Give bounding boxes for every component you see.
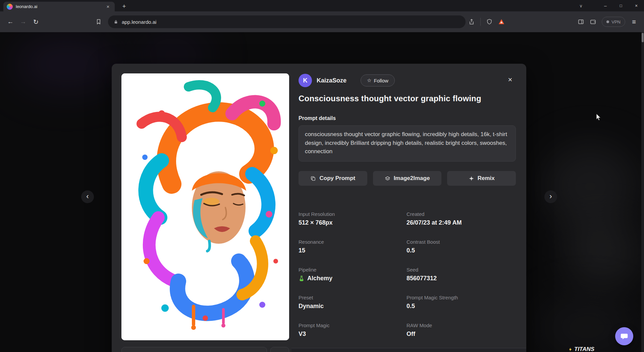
bookmark-icon[interactable] [93,16,105,28]
window-minimize-button[interactable]: – [598,0,613,11]
creator-header: K KaizaSoze ☆ Follow [299,74,395,87]
chat-bubble-icon [620,332,629,341]
image-detail-modal: × K KaizaSoze ☆ Follow Consciousness tho… [112,64,526,352]
video-watermark: TITANS [568,346,594,352]
image2image-button[interactable]: Image2Image [373,171,442,186]
generation-details-grid: Input Resolution 512 × 768px Created 26/… [299,211,516,338]
image2image-label: Image2Image [394,175,430,182]
detail-value: 0.5 [407,247,516,254]
leonardo-favicon [7,4,13,10]
detail-value: 26/07/23 at 2:49 AM [407,219,516,226]
creator-name[interactable]: KaizaSoze [317,77,346,84]
layers-icon [385,176,390,181]
window-close-button[interactable]: × [629,0,644,11]
thumbnail-tile[interactable] [270,347,289,352]
forward-button[interactable]: → [17,15,30,28]
detail-label: Prompt Magic [299,322,407,328]
brave-shield-icon[interactable] [483,16,495,28]
tab-title: leonardo.ai [16,4,102,9]
copy-icon [310,176,316,181]
tab-strip: leonardo.ai × + ∨ – □ × [0,0,644,11]
vpn-label: VPN [611,19,621,24]
watermark-text: TITANS [574,346,594,352]
tab-close-button[interactable]: × [105,3,111,10]
detail-value: 856077312 [407,275,516,282]
follow-button[interactable]: ☆ Follow [361,74,395,86]
detail-value: 0.5 [407,303,516,310]
avatar[interactable]: K [299,74,312,87]
detail-panel: K KaizaSoze ☆ Follow Consciousness thoug… [299,64,516,352]
prompt-text-box: consciousness thought vector graphic flo… [299,125,516,162]
menu-icon[interactable]: ≡ [628,16,640,28]
pipeline-value: Alchemy [307,275,332,282]
copy-prompt-button[interactable]: Copy Prompt [299,171,367,186]
copy-prompt-label: Copy Prompt [319,175,355,182]
detail-value: V3 [299,331,407,338]
detail-input-resolution: Input Resolution 512 × 768px [299,211,407,226]
star-icon: ☆ [367,77,371,83]
prompt-actions: Copy Prompt Image2Image Remix [299,171,516,186]
detail-label: Preset [299,295,407,300]
mouse-cursor [595,113,603,123]
detail-created: Created 26/07/23 at 2:49 AM [407,211,516,226]
detail-label: Resonance [299,239,407,245]
browser-toolbar: ← → ↻ app.leonardo.ai VPN ≡ [0,11,644,32]
vpn-dot-icon [606,20,609,23]
vpn-badge[interactable]: VPN [602,17,625,27]
generate-with-model-button[interactable]: Generate with this model [291,348,526,352]
artwork-swirls [121,73,289,340]
detail-label: Contrast Boost [407,239,516,245]
new-tab-button[interactable]: + [119,2,129,11]
detail-label: Pipeline [299,267,407,273]
tab-search-icon[interactable]: ∨ [574,0,588,11]
remix-sparkle-icon [469,176,474,181]
back-button[interactable]: ← [4,15,17,28]
sidebar-toggle-icon[interactable] [575,16,587,28]
detail-value: Dynamic [299,303,407,310]
detail-label: Prompt Magic Strength [407,295,516,300]
window-maximize-button[interactable]: □ [613,0,629,11]
detail-resonance: Resonance 15 [299,239,407,254]
detail-prompt-magic: Prompt Magic V3 [299,322,407,338]
support-chat-button[interactable] [615,327,633,345]
share-icon[interactable] [466,16,478,28]
previous-image-button[interactable]: ‹ [81,190,94,203]
image-title: Consciousness thought vector graphic flo… [299,94,481,103]
detail-seed: Seed 856077312 [407,267,516,282]
wallet-icon[interactable] [587,16,599,28]
detail-label: Created [407,211,516,217]
url-text[interactable]: app.leonardo.ai [122,19,156,25]
detail-value: 512 × 768px [299,219,407,226]
detail-value: 15 [299,247,407,254]
thumbnail-strip[interactable] [121,347,267,352]
detail-label: RAW Mode [407,322,516,328]
detail-pipeline: Pipeline Alchemy [299,267,407,282]
spark-icon [568,347,573,352]
detail-label: Seed [407,267,516,273]
remix-button[interactable]: Remix [447,171,516,186]
generated-image[interactable] [121,73,289,340]
toolbar-separator [480,18,481,26]
follow-label: Follow [374,78,388,83]
detail-raw-mode: RAW Mode Off [407,322,516,338]
detail-prompt-magic-strength: Prompt Magic Strength 0.5 [407,295,516,310]
detail-contrast-boost: Contrast Boost 0.5 [407,239,516,254]
page-scrollbar[interactable] [641,32,644,352]
detail-value: Alchemy [299,275,407,282]
next-image-button[interactable]: › [544,190,557,203]
reload-button[interactable]: ↻ [30,15,42,28]
prompt-details-heading: Prompt details [299,115,336,121]
detail-preset: Preset Dynamic [299,295,407,310]
address-bar[interactable]: app.leonardo.ai [108,15,466,28]
remix-label: Remix [478,175,495,182]
flask-icon [299,276,305,282]
brave-rewards-icon[interactable] [495,16,507,28]
scrollbar-thumb[interactable] [642,33,644,42]
lock-icon [113,19,118,24]
detail-value: Off [407,331,516,338]
browser-tab[interactable]: leonardo.ai × [3,2,115,11]
detail-label: Input Resolution [299,211,407,217]
window-controls: ∨ – □ × [574,0,644,11]
